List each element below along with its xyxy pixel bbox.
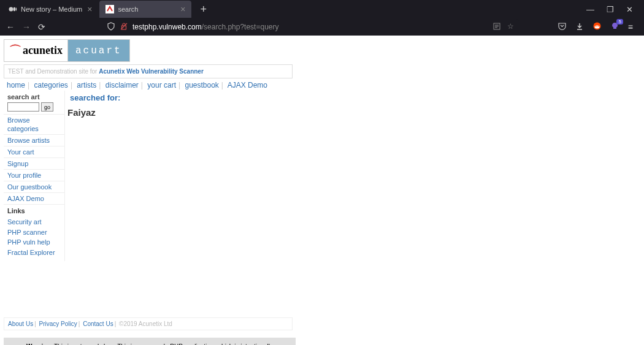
url-bar[interactable]: testphp.vulnweb.com/search.php?test=quer… (102, 19, 519, 35)
nav-guestbook[interactable]: guestbook (185, 81, 218, 89)
logo-acunetix: ⌒acunetix (4, 40, 68, 61)
search-input[interactable] (7, 102, 39, 112)
nav-ajax[interactable]: AJAX Demo (228, 81, 267, 89)
link-security-art[interactable]: Security art (7, 217, 61, 227)
footer-contact[interactable]: Contact Us (83, 320, 113, 327)
tab-inactive[interactable]: New story – Medium × (2, 1, 98, 18)
bookmark-icon[interactable]: ☆ (507, 22, 514, 32)
back-icon[interactable]: ← (6, 22, 15, 32)
link-php-scanner[interactable]: PHP scanner (7, 227, 61, 238)
maximize-icon[interactable]: ❐ (607, 5, 614, 14)
test-banner: TEST and Demonstration site for Acunetix… (4, 64, 293, 78)
sidebar: search art go Browse categories Browse a… (4, 91, 65, 261)
browser-chrome: New story – Medium × search × + — ❐ ✕ ← … (0, 0, 644, 36)
close-window-icon[interactable]: ✕ (626, 5, 633, 14)
tab-active[interactable]: search × (99, 1, 191, 18)
window-controls: — ❐ ✕ (586, 5, 642, 14)
sidebar-browse-artists[interactable]: Browse artists (7, 137, 50, 144)
acunetix-favicon-icon (105, 5, 114, 13)
tab-title: search (118, 6, 175, 13)
links-title: Links (4, 205, 64, 217)
main-content: searched for: Faiyaz (65, 91, 640, 261)
content-wrap: search art go Browse categories Browse a… (4, 91, 640, 261)
search-result: Faiyaz (67, 107, 635, 118)
search-go-button[interactable]: go (41, 102, 53, 112)
nav-home[interactable]: home (7, 81, 25, 89)
tab-bar: New story – Medium × search × + — ❐ ✕ (0, 0, 644, 18)
menu-icon[interactable]: ≡ (628, 22, 633, 32)
nav-bar: ← → ⟳ testphp.vulnweb.com/search.php?tes… (0, 18, 644, 36)
download-icon[interactable] (575, 22, 584, 32)
nav-disclaimer[interactable]: disclaimer (105, 81, 139, 89)
forward-icon[interactable]: → (22, 22, 31, 32)
link-php-vuln-help[interactable]: PHP vuln help (7, 237, 61, 248)
sidebar-signup[interactable]: Signup (7, 160, 28, 167)
searched-for-label: searched for: (70, 93, 635, 102)
sidebar-browse-categories[interactable]: Browse categories (7, 116, 39, 132)
svg-point-13 (597, 26, 599, 28)
sidebar-your-cart[interactable]: Your cart (7, 148, 34, 156)
footer-privacy[interactable]: Privacy Policy (39, 320, 77, 327)
svg-point-11 (594, 26, 599, 29)
search-title: search art (7, 93, 61, 100)
search-section: search art go (4, 91, 64, 115)
extension-badge: 5 (616, 19, 623, 25)
url-text: testphp.vulnweb.com/search.php?test=quer… (132, 23, 278, 31)
warning-box: Warning: This is not a real shop. This i… (4, 338, 296, 345)
svg-point-2 (16, 7, 17, 11)
lock-insecure-icon[interactable] (120, 23, 128, 32)
sidebar-links: Security art PHP scanner PHP vuln help F… (4, 217, 64, 261)
page-content: ⌒acunetix acuart TEST and Demonstration … (0, 36, 644, 345)
new-tab-button[interactable]: + (193, 3, 214, 16)
banner-link[interactable]: Acunetix Web Vulnerability Scanner (99, 68, 204, 75)
nav-cart[interactable]: your cart (147, 81, 176, 89)
minimize-icon[interactable]: — (586, 5, 594, 14)
link-fractal-explorer[interactable]: Fractal Explorer (7, 248, 61, 258)
reader-mode-icon[interactable] (493, 22, 501, 32)
logo-acuart: acuart (68, 40, 129, 61)
close-icon[interactable]: × (180, 4, 185, 14)
copyright: ©2019 Acunetix Ltd (119, 320, 172, 327)
footer: About Us| Privacy Policy| Contact Us| ©2… (4, 317, 293, 330)
reddit-extension-icon[interactable] (592, 21, 602, 32)
footer-about[interactable]: About Us (8, 320, 33, 327)
logo[interactable]: ⌒acunetix acuart (4, 39, 130, 62)
logo-bar: ⌒acunetix acuart (4, 39, 640, 62)
svg-point-12 (596, 26, 597, 28)
reload-icon[interactable]: ⟳ (38, 22, 45, 32)
svg-point-0 (9, 7, 13, 12)
tab-title: New story – Medium (21, 6, 82, 13)
extension-icon[interactable]: 5 (610, 21, 619, 32)
sidebar-guestbook[interactable]: Our guestbook (7, 183, 52, 191)
pocket-icon[interactable] (558, 21, 567, 32)
nav-categories[interactable]: categories (34, 81, 68, 89)
svg-point-1 (13, 7, 16, 11)
medium-favicon-icon (9, 5, 17, 13)
sidebar-ajax-demo[interactable]: AJAX Demo (7, 195, 44, 202)
shield-icon[interactable] (107, 22, 115, 32)
close-icon[interactable]: × (87, 4, 92, 14)
nav-menu: home| categories| artists| disclaimer| y… (4, 80, 640, 91)
sidebar-your-profile[interactable]: Your profile (7, 172, 41, 179)
nav-artists[interactable]: artists (77, 81, 96, 89)
